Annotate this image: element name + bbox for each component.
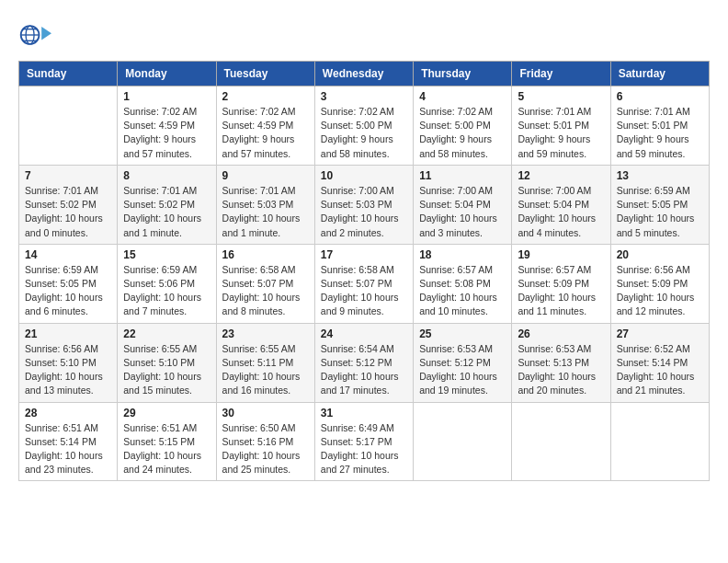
calendar-week-row: 28Sunrise: 6:51 AM Sunset: 5:14 PM Dayli… [19,402,710,481]
calendar-cell: 23Sunrise: 6:55 AM Sunset: 5:11 PM Dayli… [216,323,314,402]
calendar-week-row: 21Sunrise: 6:56 AM Sunset: 5:10 PM Dayli… [19,323,710,402]
day-number: 10 [321,169,407,182]
day-info: Sunrise: 7:01 AM Sunset: 5:02 PM Dayligh… [123,184,210,240]
day-info: Sunrise: 7:02 AM Sunset: 5:00 PM Dayligh… [419,105,506,161]
day-info: Sunrise: 6:59 AM Sunset: 5:05 PM Dayligh… [25,263,111,319]
calendar-cell: 11Sunrise: 7:00 AM Sunset: 5:04 PM Dayli… [414,165,512,244]
weekday-header-saturday: Saturday [610,62,709,86]
calendar-cell: 16Sunrise: 6:58 AM Sunset: 5:07 PM Dayli… [216,244,314,323]
calendar-cell [512,402,610,481]
day-number: 7 [25,169,111,182]
day-info: Sunrise: 6:55 AM Sunset: 5:11 PM Dayligh… [222,342,309,398]
calendar-cell: 20Sunrise: 6:56 AM Sunset: 5:09 PM Dayli… [610,244,709,323]
day-number: 1 [123,90,210,103]
calendar-cell [610,402,709,481]
day-info: Sunrise: 7:01 AM Sunset: 5:03 PM Dayligh… [222,184,309,240]
calendar-cell [19,86,118,166]
day-number: 3 [321,90,407,103]
calendar-week-row: 1Sunrise: 7:02 AM Sunset: 4:59 PM Daylig… [19,86,710,166]
day-number: 4 [419,90,506,103]
day-number: 26 [518,327,604,340]
day-number: 22 [123,327,210,340]
day-number: 14 [25,248,111,261]
day-number: 31 [321,407,407,419]
calendar-cell: 9Sunrise: 7:01 AM Sunset: 5:03 PM Daylig… [216,165,314,244]
weekday-header-sunday: Sunday [19,62,118,86]
day-info: Sunrise: 6:58 AM Sunset: 5:07 PM Dayligh… [321,263,407,319]
day-info: Sunrise: 6:49 AM Sunset: 5:17 PM Dayligh… [321,421,407,477]
day-info: Sunrise: 6:57 AM Sunset: 5:09 PM Dayligh… [518,263,604,319]
logo-icon [18,18,51,52]
weekday-header-friday: Friday [512,62,610,86]
day-info: Sunrise: 6:59 AM Sunset: 5:05 PM Dayligh… [617,184,703,240]
calendar-cell: 14Sunrise: 6:59 AM Sunset: 5:05 PM Dayli… [19,244,118,323]
day-info: Sunrise: 6:51 AM Sunset: 5:15 PM Dayligh… [123,421,210,477]
day-number: 9 [222,169,309,182]
page-header [18,18,710,52]
calendar-cell: 4Sunrise: 7:02 AM Sunset: 5:00 PM Daylig… [414,86,512,166]
calendar-cell: 27Sunrise: 6:52 AM Sunset: 5:14 PM Dayli… [610,323,709,402]
day-info: Sunrise: 6:52 AM Sunset: 5:14 PM Dayligh… [617,342,703,398]
calendar-cell: 26Sunrise: 6:53 AM Sunset: 5:13 PM Dayli… [512,323,610,402]
day-number: 12 [518,169,604,182]
day-number: 16 [222,248,309,261]
weekday-header-thursday: Thursday [414,62,512,86]
day-info: Sunrise: 6:53 AM Sunset: 5:13 PM Dayligh… [518,342,604,398]
calendar-cell [414,402,512,481]
day-number: 23 [222,327,309,340]
day-number: 15 [123,248,210,261]
calendar-cell: 25Sunrise: 6:53 AM Sunset: 5:12 PM Dayli… [414,323,512,402]
day-info: Sunrise: 7:02 AM Sunset: 5:00 PM Dayligh… [321,105,407,161]
calendar-cell: 13Sunrise: 6:59 AM Sunset: 5:05 PM Dayli… [610,165,709,244]
day-info: Sunrise: 6:56 AM Sunset: 5:09 PM Dayligh… [617,263,703,319]
calendar-cell: 29Sunrise: 6:51 AM Sunset: 5:15 PM Dayli… [118,402,216,481]
calendar-cell: 28Sunrise: 6:51 AM Sunset: 5:14 PM Dayli… [19,402,118,481]
day-number: 21 [25,327,111,340]
day-info: Sunrise: 7:00 AM Sunset: 5:04 PM Dayligh… [518,184,604,240]
calendar-cell: 15Sunrise: 6:59 AM Sunset: 5:06 PM Dayli… [118,244,216,323]
calendar-cell: 7Sunrise: 7:01 AM Sunset: 5:02 PM Daylig… [19,165,118,244]
day-number: 28 [25,407,111,419]
calendar-cell: 5Sunrise: 7:01 AM Sunset: 5:01 PM Daylig… [512,86,610,166]
calendar-cell: 18Sunrise: 6:57 AM Sunset: 5:08 PM Dayli… [414,244,512,323]
calendar-header-row: SundayMondayTuesdayWednesdayThursdayFrid… [19,62,710,86]
calendar-cell: 30Sunrise: 6:50 AM Sunset: 5:16 PM Dayli… [216,402,314,481]
day-info: Sunrise: 6:51 AM Sunset: 5:14 PM Dayligh… [25,421,111,477]
day-number: 30 [222,407,309,419]
day-info: Sunrise: 6:58 AM Sunset: 5:07 PM Dayligh… [222,263,309,319]
calendar-cell: 21Sunrise: 6:56 AM Sunset: 5:10 PM Dayli… [19,323,118,402]
day-info: Sunrise: 7:01 AM Sunset: 5:02 PM Dayligh… [25,184,111,240]
calendar-cell: 3Sunrise: 7:02 AM Sunset: 5:00 PM Daylig… [314,86,413,166]
day-info: Sunrise: 6:50 AM Sunset: 5:16 PM Dayligh… [222,421,309,477]
day-number: 6 [617,90,703,103]
day-info: Sunrise: 7:02 AM Sunset: 4:59 PM Dayligh… [222,105,309,161]
day-number: 24 [321,327,407,340]
calendar-cell: 6Sunrise: 7:01 AM Sunset: 5:01 PM Daylig… [610,86,709,166]
day-number: 27 [617,327,703,340]
calendar-cell: 31Sunrise: 6:49 AM Sunset: 5:17 PM Dayli… [314,402,413,481]
calendar-cell: 24Sunrise: 6:54 AM Sunset: 5:12 PM Dayli… [314,323,413,402]
day-info: Sunrise: 7:00 AM Sunset: 5:04 PM Dayligh… [419,184,506,240]
calendar-week-row: 7Sunrise: 7:01 AM Sunset: 5:02 PM Daylig… [19,165,710,244]
day-number: 29 [123,407,210,419]
weekday-header-wednesday: Wednesday [314,62,413,86]
weekday-header-tuesday: Tuesday [216,62,314,86]
day-number: 13 [617,169,703,182]
calendar-cell: 19Sunrise: 6:57 AM Sunset: 5:09 PM Dayli… [512,244,610,323]
day-info: Sunrise: 6:59 AM Sunset: 5:06 PM Dayligh… [123,263,210,319]
day-info: Sunrise: 6:57 AM Sunset: 5:08 PM Dayligh… [419,263,506,319]
calendar-cell: 8Sunrise: 7:01 AM Sunset: 5:02 PM Daylig… [118,165,216,244]
calendar-table: SundayMondayTuesdayWednesdayThursdayFrid… [18,61,710,481]
day-number: 20 [617,248,703,261]
day-info: Sunrise: 6:55 AM Sunset: 5:10 PM Dayligh… [123,342,210,398]
day-number: 18 [419,248,506,261]
day-info: Sunrise: 6:53 AM Sunset: 5:12 PM Dayligh… [419,342,506,398]
day-number: 5 [518,90,604,103]
calendar-cell: 1Sunrise: 7:02 AM Sunset: 4:59 PM Daylig… [118,86,216,166]
calendar-cell: 12Sunrise: 7:00 AM Sunset: 5:04 PM Dayli… [512,165,610,244]
logo [18,18,55,52]
day-info: Sunrise: 7:02 AM Sunset: 4:59 PM Dayligh… [123,105,210,161]
day-info: Sunrise: 7:01 AM Sunset: 5:01 PM Dayligh… [518,105,604,161]
day-number: 8 [123,169,210,182]
calendar-cell: 17Sunrise: 6:58 AM Sunset: 5:07 PM Dayli… [314,244,413,323]
